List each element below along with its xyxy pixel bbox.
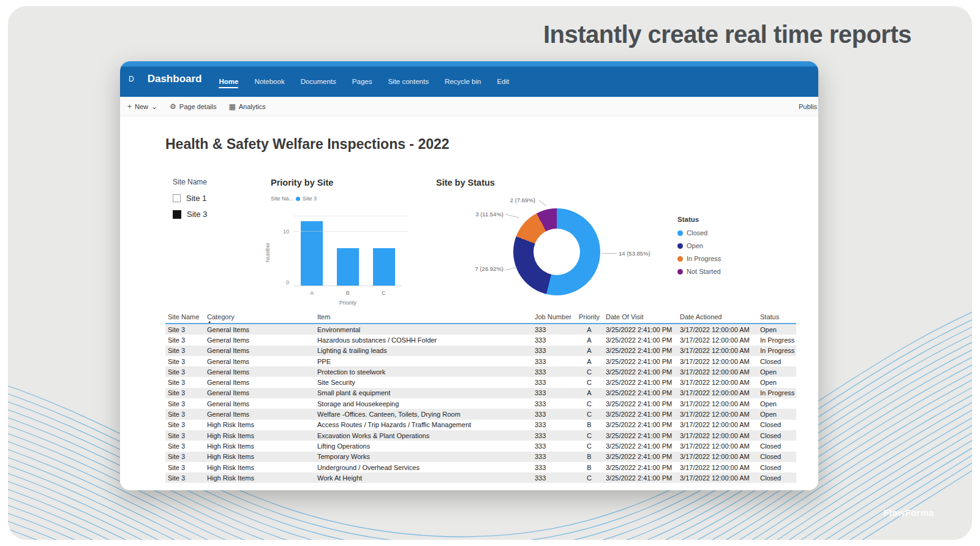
table-row[interactable]: Site 3General ItemsHazardous substances … xyxy=(165,335,796,345)
cell: Environmental xyxy=(315,325,532,334)
cell: Open xyxy=(758,368,796,376)
nav-item-edit[interactable]: Edit xyxy=(497,78,509,88)
table-row[interactable]: Site 3General ItemsLighting & trailing l… xyxy=(165,346,796,356)
cell: Open xyxy=(758,400,796,408)
slicer-option-site-3[interactable]: Site 3 xyxy=(173,210,207,219)
cell: Site Security xyxy=(315,378,532,387)
bar-legend-title: Site Na... xyxy=(271,195,293,202)
legend-item-not-started[interactable]: Not Started xyxy=(677,268,721,275)
column-header-label: Status xyxy=(760,313,779,320)
bar-c[interactable] xyxy=(373,248,395,286)
cell: 3/17/2022 12:00:00 AM xyxy=(677,431,758,440)
nav-item-notebook[interactable]: Notebook xyxy=(254,78,284,88)
table-row[interactable]: Site 3General ItemsEnvironmental333A3/25… xyxy=(165,324,796,335)
legend-item-in-progress[interactable]: In Progress xyxy=(677,255,721,262)
cell: A xyxy=(575,389,603,397)
nav-item-recycle-bin[interactable]: Recycle bin xyxy=(445,78,481,88)
publish-button[interactable]: Publis xyxy=(799,97,817,116)
cell: C xyxy=(575,378,603,387)
cell: Closed xyxy=(758,452,796,461)
bar-chart-title: Priority by Site xyxy=(271,178,333,188)
page-details-label: Page details xyxy=(179,103,217,110)
y-tick-0: 0 xyxy=(274,279,289,286)
cell: High Risk Items xyxy=(205,474,315,482)
table-row[interactable]: Site 3General ItemsProtection to steelwo… xyxy=(165,366,796,377)
cell: General Items xyxy=(205,346,315,355)
cell: Underground / Overhead Services xyxy=(315,463,532,472)
column-header-job-number[interactable]: Job Number xyxy=(532,312,575,322)
cell: 333 xyxy=(532,420,575,429)
cell: 3/17/2022 12:00:00 AM xyxy=(677,410,758,419)
cell: Storage and Housekeeping xyxy=(315,400,532,408)
x-axis-label: Priority xyxy=(294,300,402,306)
table-row[interactable]: Site 3General ItemsPPE333A3/25/2022 2:41… xyxy=(165,356,796,366)
page-details-button[interactable]: ⚙ Page details xyxy=(170,103,216,110)
legend-dot-icon xyxy=(677,230,683,236)
column-header-status[interactable]: Status xyxy=(758,312,796,322)
bar-b[interactable] xyxy=(337,248,359,286)
cell: Site 3 xyxy=(165,452,205,461)
cell: Site 3 xyxy=(165,378,205,387)
table-row[interactable]: Site 3High Risk ItemsAccess Routes / Tri… xyxy=(165,420,796,430)
cell: B xyxy=(575,463,603,472)
table-row[interactable]: Site 3General ItemsSmall plant & equipme… xyxy=(165,388,796,398)
table-row[interactable]: Site 3High Risk ItemsTemporary Works333B… xyxy=(165,452,796,462)
cell: Temporary Works xyxy=(315,452,532,461)
y-tick-10: 10 xyxy=(274,229,289,235)
cell: Excavation Works & Plant Operations xyxy=(315,431,532,440)
cell: 333 xyxy=(532,452,575,461)
slicer-option-site-1[interactable]: Site 1 xyxy=(173,194,207,203)
legend-item-open[interactable]: Open xyxy=(677,242,721,249)
cell: 333 xyxy=(532,474,575,482)
analytics-button[interactable]: ▦ Analytics xyxy=(228,103,265,110)
cell: 3/17/2022 12:00:00 AM xyxy=(677,368,758,376)
cell: Site 3 xyxy=(165,325,205,334)
column-header-site-name[interactable]: Site Name xyxy=(165,312,205,322)
table-row[interactable]: Site 3General ItemsSite Security333C3/25… xyxy=(165,377,796,387)
nav-item-site-contents[interactable]: Site contents xyxy=(388,78,428,88)
cell: 333 xyxy=(532,357,575,366)
cell: B xyxy=(575,452,603,461)
legend-item-label: In Progress xyxy=(687,255,721,262)
plus-icon: + xyxy=(127,103,132,110)
cell: 3/17/2022 12:00:00 AM xyxy=(677,325,758,334)
cell: A xyxy=(575,336,603,344)
nav-item-documents[interactable]: Documents xyxy=(301,78,336,88)
chevron-down-icon: ⌄ xyxy=(151,103,157,110)
dashboard-window: D Dashboard HomeNotebookDocumentsPagesSi… xyxy=(120,61,818,490)
cell: Site 3 xyxy=(165,442,205,450)
cell: Site 3 xyxy=(165,389,205,397)
cell: 333 xyxy=(532,410,575,419)
bar-slot-b xyxy=(330,216,366,286)
cell: High Risk Items xyxy=(205,442,315,450)
column-header-date-of-visit[interactable]: Date Of Visit xyxy=(603,312,677,322)
column-header-item[interactable]: Item xyxy=(315,312,532,322)
table-row[interactable]: Site 3General ItemsWelfare -Offices. Can… xyxy=(165,409,796,419)
cell: 333 xyxy=(532,463,575,472)
table-row[interactable]: Site 3High Risk ItemsWork At Height333C3… xyxy=(165,472,796,483)
checkbox-checked-icon[interactable] xyxy=(173,210,181,219)
cell: Site 3 xyxy=(165,368,205,376)
analytics-icon: ▦ xyxy=(228,103,235,110)
new-button-label: New xyxy=(135,103,148,110)
donut-callout-closed: 14 (53.85%) xyxy=(619,250,650,257)
nav-item-home[interactable]: Home xyxy=(219,78,238,88)
table-row[interactable]: Site 3High Risk ItemsExcavation Works & … xyxy=(165,430,796,441)
cell: 3/17/2022 12:00:00 AM xyxy=(677,400,758,408)
column-header-category[interactable]: Category▲ xyxy=(205,312,315,322)
cell: 333 xyxy=(532,442,575,450)
gear-icon: ⚙ xyxy=(170,103,176,110)
inspections-table: Site NameCategory▲ItemJob NumberPriority… xyxy=(165,310,796,483)
legend-item-closed[interactable]: Closed xyxy=(677,229,721,237)
legend-item-label: Closed xyxy=(687,229,707,237)
column-header-priority[interactable]: Priority xyxy=(575,312,603,322)
table-row[interactable]: Site 3General ItemsStorage and Housekeep… xyxy=(165,398,796,409)
nav-item-pages[interactable]: Pages xyxy=(352,78,372,88)
cell: 333 xyxy=(532,346,575,355)
checkbox-unchecked-icon[interactable] xyxy=(173,194,181,202)
column-header-date-actioned[interactable]: Date Actioned xyxy=(677,312,758,322)
cell: Welfare -Offices. Canteen, Toilets, Dryi… xyxy=(315,410,532,419)
new-button[interactable]: + New ⌄ xyxy=(127,103,157,110)
table-row[interactable]: Site 3High Risk ItemsUnderground / Overh… xyxy=(165,462,796,472)
table-row[interactable]: Site 3High Risk ItemsLifting Operations3… xyxy=(165,441,796,451)
